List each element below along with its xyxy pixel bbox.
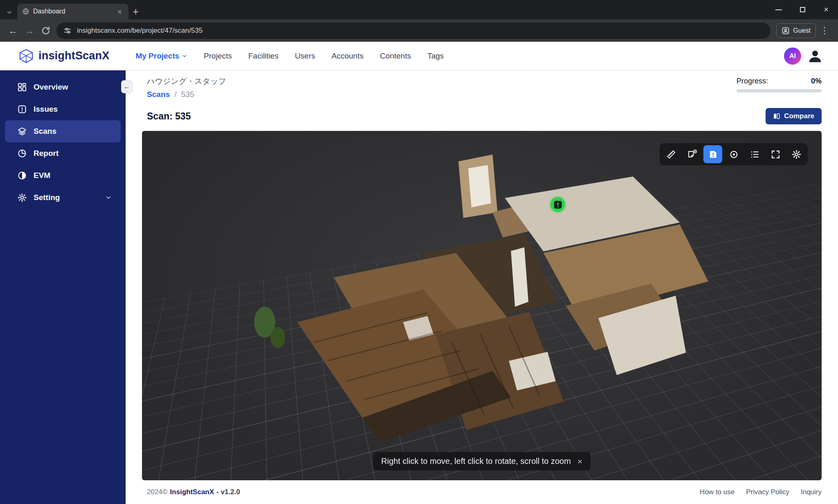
- nav-label: My Projects: [135, 52, 179, 61]
- avatar-initials[interactable]: AI: [784, 47, 801, 65]
- url-bar[interactable]: insightscanx.com/be/project/47/scan/535: [56, 22, 770, 39]
- browser-toolbar: ← → insightscanx.com/be/project/47/scan/…: [0, 19, 838, 42]
- nav-accounts[interactable]: Accounts: [331, 52, 363, 61]
- footer-link-inquiry[interactable]: Inquiry: [801, 488, 822, 496]
- sidebar-item-label: Issues: [34, 105, 58, 114]
- progress-block: Progress: 0%: [737, 77, 822, 92]
- user-avatar-icon[interactable]: [807, 48, 823, 64]
- site-info-icon[interactable]: [63, 26, 72, 35]
- breadcrumb: ハウジング・スタッフ Scans / 535: [147, 76, 226, 99]
- breadcrumb-scans-link[interactable]: Scans: [147, 90, 170, 99]
- fullscreen-icon[interactable]: [766, 145, 785, 163]
- app-logo[interactable]: insightScanX: [18, 48, 109, 64]
- nav-facilities[interactable]: Facilities: [248, 52, 279, 61]
- profile-guest-button[interactable]: Guest: [776, 23, 816, 38]
- reload-button[interactable]: [38, 22, 54, 39]
- sidebar-item-report[interactable]: Report: [5, 142, 121, 164]
- project-name: ハウジング・スタッフ: [147, 76, 226, 87]
- tab-close-icon[interactable]: ×: [116, 7, 124, 16]
- ruler-icon[interactable]: [662, 145, 680, 163]
- evm-gauge-icon: [17, 171, 27, 180]
- app-header: insightScanX My Projects Projects Facili…: [0, 42, 838, 70]
- scan-title: Scan: 535: [147, 111, 191, 122]
- chevron-down-icon: [105, 194, 112, 201]
- footer-copyright: 2024© InsightScanX - v1.2.0: [147, 488, 240, 496]
- minimize-button[interactable]: [767, 0, 791, 19]
- sidebar-item-setting[interactable]: Setting: [5, 187, 121, 209]
- close-window-button[interactable]: ×: [814, 0, 838, 19]
- logo-text: insightScanX: [38, 50, 109, 62]
- browser-menu-icon[interactable]: ⋮: [816, 25, 833, 36]
- compare-label: Compare: [784, 112, 814, 120]
- main-nav: My Projects Projects Facilities Users Ac…: [135, 52, 444, 61]
- scans-layers-icon: [17, 126, 27, 136]
- sidebar-item-label: Scans: [34, 127, 56, 136]
- add-annotation-icon[interactable]: [683, 145, 701, 163]
- main-content: ハウジング・スタッフ Scans / 535 Progress: 0%: [126, 70, 838, 504]
- browser-tabstrip: Dashboard × + ×: [0, 0, 838, 19]
- sidebar-item-label: Overview: [34, 83, 68, 92]
- breadcrumb-separator: /: [174, 90, 176, 99]
- hint-close-icon[interactable]: ×: [577, 457, 582, 466]
- sidebar-collapse-button[interactable]: ←: [121, 80, 133, 93]
- footer-link-how-to-use[interactable]: How to use: [700, 488, 734, 496]
- footer-year: 2024©: [147, 488, 167, 496]
- profile-frame-icon: [782, 27, 790, 35]
- settings-icon[interactable]: [787, 145, 806, 163]
- annotations-icon[interactable]: [703, 145, 722, 163]
- browser-window: Dashboard × + × ← → insightscanx.com/be/…: [0, 0, 838, 504]
- overview-grid-icon: [17, 82, 27, 92]
- progress-value: 0%: [811, 77, 822, 86]
- sidebar-item-label: Setting: [34, 193, 60, 202]
- nav-users[interactable]: Users: [295, 52, 315, 61]
- compare-icon: [773, 112, 780, 120]
- sidebar: Overview Issues Scans Report: [0, 70, 126, 504]
- pointcloud-model[interactable]: [142, 131, 822, 480]
- sidebar-item-scans[interactable]: Scans: [5, 120, 121, 142]
- issues-icon: [17, 104, 27, 114]
- target-icon[interactable]: [724, 145, 743, 163]
- sidebar-item-overview[interactable]: Overview: [5, 76, 121, 98]
- nav-my-projects[interactable]: My Projects: [135, 52, 187, 61]
- nav-contents[interactable]: Contents: [380, 52, 411, 61]
- window-controls: ×: [767, 0, 838, 19]
- footer-link-privacy-policy[interactable]: Privacy Policy: [746, 488, 789, 496]
- settings-gear-icon: [17, 193, 27, 202]
- sidebar-item-issues[interactable]: Issues: [5, 98, 121, 120]
- scan-header-row: Scan: 535 Compare: [142, 108, 822, 124]
- url-text: insightscanx.com/be/project/47/scan/535: [77, 27, 203, 35]
- footer-version: - v1.2.0: [216, 488, 240, 496]
- scan-3d-viewer[interactable]: Right click to move, left click to rotat…: [142, 131, 822, 480]
- breadcrumb-row: ハウジング・スタッフ Scans / 535 Progress: 0%: [142, 76, 822, 99]
- viewer-hint: Right click to move, left click to rotat…: [373, 452, 591, 470]
- forward-button[interactable]: →: [21, 22, 38, 39]
- new-tab-button[interactable]: +: [133, 6, 139, 17]
- annotation-marker-icon: [554, 201, 562, 209]
- sidebar-item-label: Report: [34, 149, 59, 158]
- compare-button[interactable]: Compare: [766, 108, 822, 124]
- header-right: AI: [784, 47, 823, 65]
- footer-brand: InsightScanX: [170, 488, 214, 496]
- tab-favicon-icon: [22, 8, 29, 15]
- sidebar-item-evm[interactable]: EVM: [5, 164, 121, 187]
- breadcrumb-current: 535: [181, 90, 194, 99]
- app-body: Overview Issues Scans Report: [0, 70, 838, 504]
- back-button[interactable]: ←: [5, 22, 21, 39]
- list-icon[interactable]: [745, 145, 764, 163]
- footer: 2024© InsightScanX - v1.2.0 How to use P…: [142, 480, 822, 504]
- report-chart-icon: [17, 148, 27, 158]
- logo-cube-icon: [18, 48, 34, 64]
- nav-projects[interactable]: Projects: [204, 52, 232, 61]
- maximize-button[interactable]: [791, 0, 814, 19]
- guest-label: Guest: [793, 27, 811, 34]
- viewer-toolbar: [660, 143, 808, 165]
- tab-title: Dashboard: [33, 8, 116, 15]
- viewer-hint-text: Right click to move, left click to rotat…: [381, 457, 571, 466]
- tab-search-chevron-icon[interactable]: [3, 5, 16, 19]
- chevron-down-icon: [182, 53, 187, 59]
- annotation-marker[interactable]: [550, 197, 565, 212]
- nav-tags[interactable]: Tags: [427, 52, 444, 61]
- progress-label: Progress:: [737, 77, 768, 86]
- browser-tab[interactable]: Dashboard ×: [17, 4, 128, 19]
- sidebar-item-label: EVM: [34, 171, 50, 180]
